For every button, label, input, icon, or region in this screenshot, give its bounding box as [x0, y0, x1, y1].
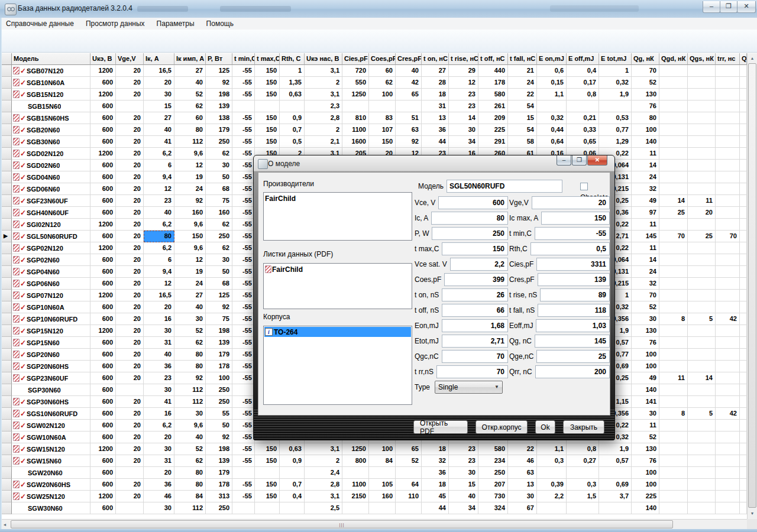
cell[interactable]: 2 [305, 77, 342, 89]
column-header[interactable]: Qgs, нК [688, 53, 716, 65]
cell[interactable]: 600 [90, 207, 116, 219]
cell[interactable]: 1250 [342, 89, 369, 100]
type-select[interactable]: Single [435, 381, 503, 394]
model-cell[interactable]: ✓SGW15N120 [12, 443, 90, 455]
cell[interactable]: 20 [116, 408, 144, 420]
model-cell[interactable]: ✓SGP20N60 [12, 349, 90, 361]
cell[interactable] [342, 467, 369, 479]
cell[interactable] [688, 325, 716, 337]
cell[interactable] [255, 467, 280, 479]
cell[interactable] [688, 77, 716, 89]
cell[interactable]: 14 [449, 112, 478, 124]
cell[interactable]: 9,4 [144, 266, 174, 278]
model-cell[interactable]: ✓SGB15N120 [12, 89, 90, 100]
model-input[interactable]: SGL50N60RUFD [447, 180, 562, 193]
cell[interactable]: 0,5 [280, 136, 305, 148]
cell[interactable]: 250 [478, 467, 508, 479]
cell[interactable]: 20 [116, 313, 144, 325]
cell[interactable]: 65 [396, 443, 422, 455]
cell[interactable] [567, 100, 599, 112]
cell[interactable] [659, 77, 688, 89]
cell[interactable]: 0,8 [567, 443, 599, 455]
cell[interactable]: 20 [116, 443, 144, 455]
cell[interactable]: -55 [232, 183, 255, 195]
cell[interactable]: 15 [508, 112, 537, 124]
cell[interactable]: 1,29 [599, 136, 632, 148]
cell[interactable]: -55 [232, 171, 255, 183]
row-selector[interactable] [2, 502, 12, 514]
cell[interactable]: 6 [144, 160, 174, 171]
model-cell[interactable]: ✓SGB20N60 [12, 124, 90, 136]
cell[interactable] [716, 124, 740, 136]
cell[interactable]: 20 [116, 349, 144, 361]
cell[interactable]: -55 [232, 195, 255, 207]
model-cell[interactable]: ✓SGL50N60RUFD [12, 231, 90, 242]
cell[interactable] [688, 136, 716, 148]
cell[interactable]: 65 [396, 89, 422, 100]
row-selector[interactable] [2, 148, 12, 160]
cell[interactable] [688, 290, 716, 301]
cell[interactable]: 20 [116, 219, 144, 231]
cell[interactable]: 1,9 [599, 443, 632, 455]
cell[interactable] [688, 396, 716, 408]
model-cell[interactable]: ✓SGW02N120 [12, 420, 90, 432]
cell[interactable]: 2 [305, 124, 342, 136]
row-selector[interactable] [2, 266, 12, 278]
cell[interactable] [688, 502, 716, 514]
row-selector[interactable] [2, 349, 12, 361]
cell[interactable]: 140 [632, 384, 659, 396]
cell[interactable]: 92 [206, 432, 232, 443]
row-selector[interactable] [2, 89, 12, 100]
cell[interactable]: 31 [144, 455, 174, 467]
cell[interactable] [688, 278, 716, 290]
cell[interactable]: 30 [144, 384, 174, 396]
cell[interactable]: 15 [144, 100, 174, 112]
cell[interactable]: 0,33 [567, 124, 599, 136]
cell[interactable] [659, 432, 688, 443]
row-selector[interactable] [2, 455, 12, 467]
cell[interactable]: 130 [632, 89, 659, 100]
cell[interactable]: 1,9 [599, 89, 632, 100]
model-cell[interactable]: ✓SGI02N120 [12, 219, 90, 231]
cell[interactable]: -55 [232, 396, 255, 408]
cell[interactable] [688, 65, 716, 77]
cell[interactable] [659, 160, 688, 171]
cell[interactable]: -55 [232, 242, 255, 254]
row-selector[interactable] [2, 467, 12, 479]
cell[interactable]: 112 [174, 502, 206, 514]
row-selector[interactable] [2, 171, 12, 183]
cell[interactable]: 32 [632, 278, 659, 290]
cell[interactable]: 150 [174, 231, 206, 242]
row-selector[interactable] [2, 396, 12, 408]
cell[interactable]: 62 [174, 100, 206, 112]
cell[interactable]: 28 [422, 77, 449, 89]
param-input[interactable]: 70 [442, 350, 508, 363]
cell[interactable]: 84 [369, 455, 396, 467]
cell[interactable]: 24 [508, 77, 537, 89]
param-input[interactable]: 2,71 [442, 335, 508, 348]
cell[interactable]: 198 [206, 89, 232, 100]
cell[interactable]: 80 [174, 467, 206, 479]
cell[interactable]: 58 [508, 136, 537, 148]
cell[interactable]: 3,1 [305, 443, 342, 455]
cell[interactable]: 52 [174, 443, 206, 455]
cell[interactable]: 100 [632, 124, 659, 136]
cell[interactable]: 92 [206, 301, 232, 313]
cell[interactable] [659, 467, 688, 479]
cell[interactable]: 32 [422, 455, 449, 467]
cell[interactable]: 0,3 [567, 479, 599, 491]
cell[interactable]: 24 [174, 278, 206, 290]
model-cell[interactable]: ✓SGB07N120 [12, 65, 90, 77]
cell[interactable]: 84 [174, 491, 206, 502]
cell[interactable]: 30 [144, 443, 174, 455]
scroll-up-icon[interactable]: ▲ [748, 53, 757, 63]
cell[interactable]: 141 [632, 396, 659, 408]
cell[interactable]: 1,1 [537, 89, 567, 100]
cell[interactable]: 62 [206, 242, 232, 254]
param-input[interactable]: 1,68 [442, 319, 508, 332]
cell[interactable]: 0,57 [599, 455, 632, 467]
cell[interactable] [688, 455, 716, 467]
cell[interactable]: 12 [174, 160, 206, 171]
cell[interactable] [740, 432, 747, 443]
param-input[interactable]: 1,03 [536, 319, 610, 332]
